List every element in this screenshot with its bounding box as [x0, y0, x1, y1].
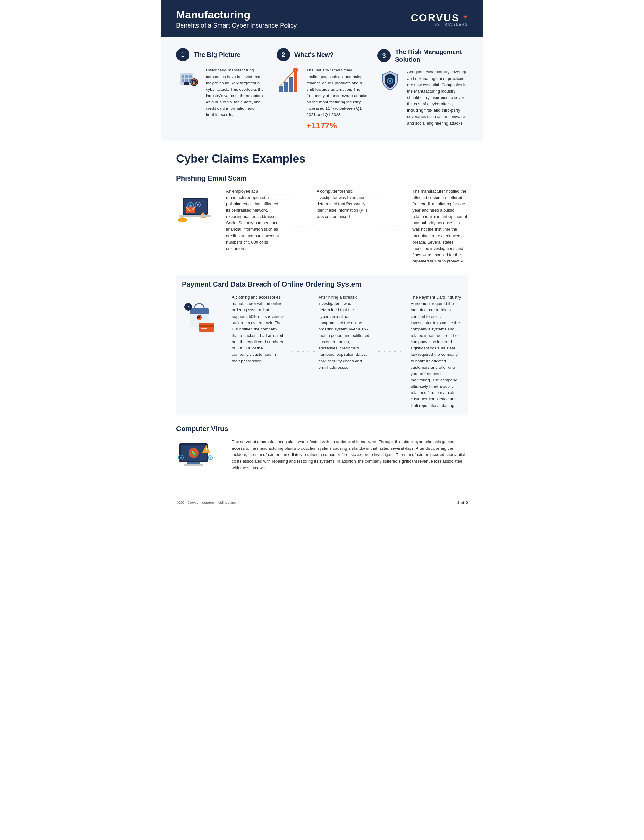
card2-text: The industry faces timely challenges, su… [307, 67, 367, 118]
svg-rect-52 [184, 464, 203, 466]
payment-step1: A clothing and accessories manufacturer … [232, 294, 289, 364]
svg-rect-13 [289, 77, 292, 92]
intro-section: 1 The Big Picture [161, 37, 483, 140]
phishing-row: ! An employee at a manufacturer opened a… [176, 188, 468, 265]
chart-svg: ! [278, 67, 301, 95]
card2-header: 2 What's New? [277, 48, 367, 61]
phishing-step3: The manufacturer notified the affected c… [407, 188, 468, 265]
svg-rect-4 [182, 79, 184, 82]
factory-svg: 🔒 [178, 67, 200, 89]
card1-body: 🔒 Historically, manufacturing companies … [176, 67, 267, 118]
svg-text:🦠: 🦠 [191, 450, 197, 456]
logo-sub: BY TRAVELERS [434, 23, 468, 26]
svg-rect-11 [279, 86, 283, 92]
svg-point-54 [180, 457, 182, 459]
payment-step3: The Payment Card Industry Agreement requ… [405, 294, 462, 409]
card3-num: 3 [377, 49, 391, 62]
svg-point-27 [189, 204, 192, 207]
card3-header: 3 The Risk Management Solution [377, 48, 468, 63]
building-icon: 🔒 [176, 67, 202, 89]
claims-title: Cyber Claims Examples [176, 152, 468, 166]
svg-rect-39 [198, 318, 200, 320]
footer-page: 1 of 2 [457, 500, 468, 505]
umbrella-icon: ☂ [463, 14, 468, 21]
card1-title: The Big Picture [194, 51, 240, 59]
card1-text: Historically, manufacturing companies ha… [206, 67, 267, 118]
intro-card-2: 2 What's New? [277, 48, 367, 130]
virus-row: 🦠 ! The server at a manufacturing plant … [176, 439, 468, 475]
card2-num: 2 [277, 48, 290, 61]
page-header: Manufacturing Benefits of a Smart Cyber … [161, 0, 483, 37]
dots-divider-3: - - - - - [289, 348, 319, 355]
header-left: Manufacturing Benefits of a Smart Cyber … [176, 9, 297, 29]
phishing-subtitle: Phishing Email Scam [176, 174, 468, 182]
chart-icon: ! [277, 67, 302, 95]
shield-icon [377, 69, 402, 91]
svg-rect-14 [294, 70, 297, 92]
logo-area: CORVUS ☂ BY TRAVELERS [411, 12, 468, 26]
dots-divider-2: - - - - - [377, 223, 407, 230]
payment-row: FBI A clothing and accessories manufactu… [182, 294, 462, 409]
payment-image: FBI [182, 294, 226, 336]
phishing-image: ! [176, 188, 220, 227]
svg-rect-42 [201, 328, 207, 329]
shield-svg [379, 69, 401, 91]
phishing-step2: A computer forensic investigator was hir… [317, 188, 378, 220]
svg-rect-35 [179, 219, 186, 221]
intro-grid: 1 The Big Picture [176, 48, 468, 130]
virus-text: The server at a manufacturing plant was … [232, 439, 468, 472]
payment-steps: A clothing and accessories manufacturer … [232, 294, 462, 409]
payment-subsection: Payment Card Data Breach of Online Order… [176, 274, 468, 415]
svg-rect-40 [199, 323, 214, 332]
page-footer: ©2024 Corvus Insurance Holdings Inc. 1 o… [161, 495, 483, 510]
dots-divider-1: - - - - - [287, 223, 317, 230]
svg-rect-33 [179, 215, 211, 217]
card2-text-area: The industry faces timely challenges, su… [307, 67, 367, 130]
card1-header: 1 The Big Picture [176, 48, 267, 61]
phishing-step1: An employee at a manufacturer opened a p… [226, 188, 287, 252]
card3-title: The Risk Management Solution [395, 48, 468, 63]
page-title: Manufacturing [176, 9, 297, 21]
svg-text:!: ! [295, 69, 296, 72]
svg-point-29 [197, 203, 199, 205]
logo-text: CORVUS [411, 12, 460, 24]
card3-body: Adequate cyber liability coverage and ri… [377, 69, 468, 126]
payment-subtitle: Payment Card Data Breach of Online Order… [182, 280, 462, 289]
card2-body: ! The industry faces timely challenges, … [277, 67, 367, 130]
phishing-subsection: Phishing Email Scam [176, 174, 468, 265]
svg-rect-2 [186, 75, 188, 78]
intro-card-3: 3 The Risk Management Solution [377, 48, 468, 130]
svg-rect-7 [184, 82, 189, 85]
virus-subtitle: Computer Virus [176, 425, 468, 433]
svg-rect-41 [199, 325, 214, 327]
dots-divider-4: - - - - - [375, 348, 405, 355]
svg-rect-5 [186, 79, 188, 82]
footer-copyright: ©2024 Corvus Insurance Holdings Inc. [176, 500, 236, 504]
intro-card-1: 1 The Big Picture [176, 48, 267, 130]
svg-rect-37 [190, 308, 209, 314]
svg-point-56 [210, 457, 211, 458]
svg-text:FBI: FBI [186, 305, 191, 308]
svg-rect-3 [189, 75, 192, 78]
card2-percent: +1177% [307, 121, 367, 131]
svg-text:🔒: 🔒 [192, 80, 196, 85]
virus-subsection: Computer Virus 🦠 ! [176, 425, 468, 475]
card1-num: 1 [176, 48, 189, 61]
claims-section: Cyber Claims Examples Phishing Email Sca… [161, 141, 483, 492]
svg-point-19 [389, 80, 391, 82]
svg-rect-12 [284, 82, 288, 92]
svg-rect-1 [182, 75, 184, 78]
phishing-steps: An employee at a manufacturer opened a p… [226, 188, 468, 265]
payment-step2: After hiring a forensic investigator it … [319, 294, 376, 371]
virus-image: 🦠 ! [176, 439, 220, 475]
card3-text: Adequate cyber liability coverage and ri… [407, 69, 468, 126]
page-subtitle: Benefits of a Smart Cyber Insurance Poli… [176, 22, 297, 29]
card2-title: What's New? [294, 51, 334, 59]
svg-text:!: ! [205, 448, 207, 452]
